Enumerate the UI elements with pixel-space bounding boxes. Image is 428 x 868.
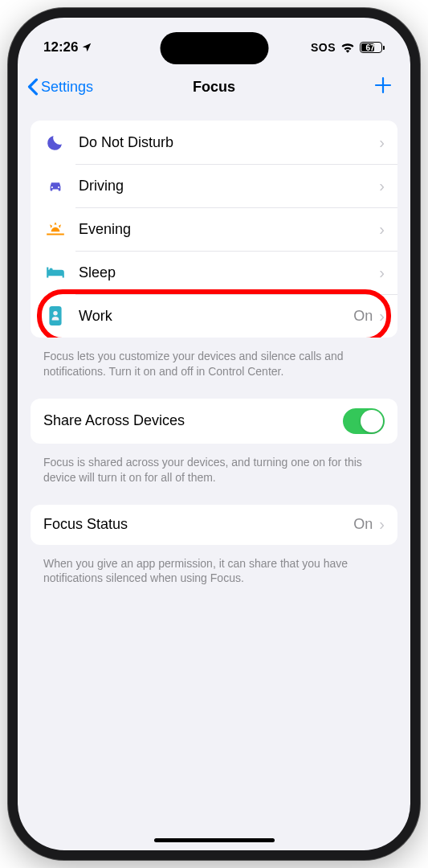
content: Do Not Disturb › Driving › Evening › [18, 108, 410, 618]
focus-row-dnd[interactable]: Do Not Disturb › [31, 121, 397, 164]
sos-indicator: SOS [311, 41, 336, 54]
sunset-icon [43, 217, 67, 241]
focus-row-sleep[interactable]: Sleep › [31, 251, 397, 294]
share-footer: Focus is shared across your devices, and… [31, 450, 397, 505]
add-button[interactable] [365, 73, 401, 100]
svg-rect-0 [49, 306, 61, 326]
home-indicator[interactable] [154, 838, 275, 842]
phone-screen: 12:26 SOS 67 Settings Focus [18, 18, 410, 850]
plus-icon [373, 76, 393, 95]
focus-status-footer: When you give an app permission, it can … [31, 551, 397, 606]
svg-point-1 [53, 311, 57, 315]
chevron-right-icon: › [379, 264, 385, 282]
share-label: Share Across Devices [43, 412, 343, 429]
back-button[interactable]: Settings [27, 78, 93, 96]
car-icon [43, 174, 67, 198]
share-row: Share Across Devices [31, 399, 397, 444]
phone-frame: 12:26 SOS 67 Settings Focus [8, 8, 420, 860]
focus-row-label: Sleep [79, 264, 379, 281]
chevron-right-icon: › [379, 515, 385, 534]
wifi-icon [340, 42, 355, 53]
focus-status-value: On [353, 516, 373, 533]
focus-status-row[interactable]: Focus Status On › [31, 505, 397, 545]
focus-row-work[interactable]: Work On › [31, 294, 397, 338]
modes-footer: Focus lets you customize your devices an… [31, 344, 397, 399]
focus-modes-group: Do Not Disturb › Driving › Evening › [31, 121, 397, 338]
focus-row-label: Do Not Disturb [79, 134, 379, 151]
chevron-right-icon: › [379, 177, 385, 195]
focus-row-label: Driving [79, 178, 379, 194]
dynamic-island [160, 32, 268, 64]
bed-icon [43, 260, 67, 285]
badge-icon [43, 304, 67, 328]
nav-bar: Settings Focus [18, 66, 410, 108]
back-label: Settings [41, 79, 93, 96]
status-time: 12:26 [43, 39, 78, 55]
chevron-right-icon: › [379, 133, 385, 152]
chevron-back-icon [27, 78, 39, 96]
focus-row-driving[interactable]: Driving › [31, 164, 397, 207]
nav-title: Focus [193, 79, 235, 96]
chevron-right-icon: › [379, 220, 385, 239]
share-toggle[interactable] [343, 408, 385, 434]
focus-status-group: Focus Status On › [31, 505, 397, 545]
focus-row-evening[interactable]: Evening › [31, 207, 397, 251]
chevron-right-icon: › [379, 307, 385, 326]
battery-indicator: 67 [360, 42, 385, 53]
location-icon [81, 42, 92, 53]
focus-row-label: Evening [79, 221, 379, 238]
focus-status-label: Focus Status [43, 516, 353, 533]
focus-row-label: Work [79, 308, 353, 325]
share-group: Share Across Devices [31, 399, 397, 444]
moon-icon [43, 130, 67, 154]
focus-row-status: On [353, 308, 373, 325]
